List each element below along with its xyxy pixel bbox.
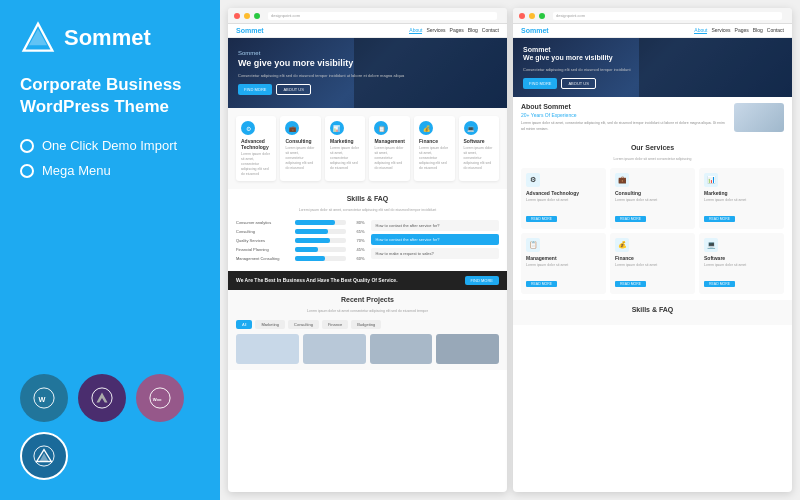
skill-pct-4: 60% (350, 256, 365, 261)
hero-outline-btn[interactable]: ABOUT US (276, 84, 310, 95)
hero-primary-btn-r[interactable]: FIND MORE (523, 78, 557, 89)
about-section: About Sommet 20+ Years Of Experience Lor… (513, 97, 792, 138)
skill-bar-fill-1 (295, 229, 328, 234)
avada-icon (91, 387, 113, 409)
filter-tab-all[interactable]: All (236, 320, 252, 329)
about-subtitle: 20+ Years Of Experience (521, 112, 728, 118)
logo-area: Sommet (20, 20, 200, 56)
filter-tab-budgeting[interactable]: Budgeting (351, 320, 381, 329)
service-icon-5: 💻 (704, 238, 718, 252)
projects-sub: Lorem ipsum dolor sit amet consectetur a… (236, 309, 499, 314)
skill-pct-1: 65% (350, 229, 365, 234)
service-btn-1[interactable]: READ MORE (615, 216, 646, 222)
skill-bar-fill-3 (295, 247, 318, 252)
service-icon-3: 📋 (526, 238, 540, 252)
hero-outline-btn-r[interactable]: ABOUT US (561, 78, 595, 89)
skills-section-right: Skills & FAQ (513, 300, 792, 325)
feature-card-1: 💼 Consulting Lorem ipsum dolor sit amet,… (280, 116, 320, 181)
service-icon-1: 💼 (615, 173, 629, 187)
service-text-0: Lorem ipsum dolor sit amet (526, 198, 601, 203)
wordpress-icon: W (33, 387, 55, 409)
nav-services-r[interactable]: Services (711, 27, 730, 34)
woocommerce-badge: Woo (136, 374, 184, 422)
nav-blog[interactable]: Blog (468, 27, 478, 34)
projects-title: Recent Projects (236, 296, 499, 303)
feature-text-0: Lorem ipsum dolor sit amet, consectetur … (241, 152, 271, 176)
site-nav-right: Sommet About Services Pages Blog Contact (513, 24, 792, 38)
service-btn-3[interactable]: READ MORE (526, 281, 557, 287)
skill-bar-bg-0 (295, 220, 346, 225)
skill-pct-2: 70% (350, 238, 365, 243)
browser-bar-right: designpoint.com (513, 8, 792, 24)
service-btn-2[interactable]: READ MORE (704, 216, 735, 222)
svg-text:Woo: Woo (153, 397, 162, 402)
nav-about[interactable]: About (409, 27, 422, 34)
skill-row-1: Consulting 65% (236, 229, 365, 234)
skill-label-2: Quality Services (236, 238, 291, 243)
filter-tab-consulting[interactable]: Consulting (288, 320, 319, 329)
feature-card-5: 💻 Software Lorem ipsum dolor sit amet, c… (459, 116, 499, 181)
feature-text-4: Lorem ipsum dolor sit amet, consectetur … (419, 146, 449, 170)
feature-icon-2: 📊 (330, 121, 344, 135)
skill-bar-fill-4 (295, 256, 325, 261)
projects-row (236, 334, 499, 364)
filter-tab-marketing[interactable]: Marketing (255, 320, 285, 329)
service-title-1: Consulting (615, 190, 690, 196)
faq-item-2[interactable]: How to make a request to sales? (371, 248, 500, 259)
faq-item-0[interactable]: How to contact the after service for? (371, 220, 500, 231)
service-btn-4[interactable]: READ MORE (615, 281, 646, 287)
wordpress-badge: W (20, 374, 68, 422)
hero-content: Sommet We give you more visibility Conse… (238, 50, 497, 95)
nav-pages-r[interactable]: Pages (735, 27, 749, 34)
skill-label-3: Financial Planning (236, 247, 291, 252)
nav-about-r[interactable]: About (694, 27, 707, 34)
nav-pages[interactable]: Pages (450, 27, 464, 34)
browser-dot-green (254, 13, 260, 19)
skills-section-left: Skills & FAQ Lorem ipsum dolor sit amet,… (228, 189, 507, 270)
site-nav-left: Sommet About Services Pages Blog Contact (228, 24, 507, 38)
nav-services[interactable]: Services (426, 27, 445, 34)
skill-row-3: Financial Planning 45% (236, 247, 365, 252)
right-panel: designpoint.com Sommet About Services Pa… (220, 0, 800, 500)
hero-right: Sommet We give you more visibility Conse… (513, 38, 792, 97)
about-title: About Sommet (521, 103, 728, 110)
filter-tab-finance[interactable]: Finance (322, 320, 348, 329)
skill-label-4: Management Consulting (236, 256, 291, 261)
services-title: Our Services (521, 144, 784, 151)
service-card-5: 💻 Software Lorem ipsum dolor sit amet RE… (699, 233, 784, 294)
feature-circle-demo (20, 139, 34, 153)
nav-blog-r[interactable]: Blog (753, 27, 763, 34)
nav-links-left: About Services Pages Blog Contact (409, 27, 499, 34)
browser-url-right: designpoint.com (553, 12, 782, 20)
skill-row-2: Quality Services 70% (236, 238, 365, 243)
service-title-3: Management (526, 255, 601, 261)
service-title-4: Finance (615, 255, 690, 261)
browser-dot-red (234, 13, 240, 19)
badge-row: W Woo (20, 374, 200, 480)
hero-title-right: Sommet We give you more visibility (523, 46, 782, 63)
cta-text: We Are The Best In Business And Have The… (236, 277, 398, 283)
service-card-1: 💼 Consulting Lorem ipsum dolor sit amet … (610, 168, 695, 229)
feature-card-4: 💰 Finance Lorem ipsum dolor sit amet, co… (414, 116, 454, 181)
skill-label-1: Consulting (236, 229, 291, 234)
service-btn-5[interactable]: READ MORE (704, 281, 735, 287)
nav-contact[interactable]: Contact (482, 27, 499, 34)
service-btn-0[interactable]: READ MORE (526, 216, 557, 222)
feature-title-4: Finance (419, 138, 449, 144)
project-thumb-3 (436, 334, 499, 364)
left-panel: Sommet Corporate Business WordPress Them… (0, 0, 220, 500)
hero-primary-btn[interactable]: FIND MORE (238, 84, 272, 95)
site-logo-left: Sommet (236, 27, 264, 34)
service-icon-0: ⚙ (526, 173, 540, 187)
cta-btn[interactable]: FIND MORE (465, 276, 499, 285)
services-section: Our Services Lorem ipsum dolor sit amet … (513, 138, 792, 300)
skill-label-0: Consumer analytics (236, 220, 291, 225)
site-logo-right: Sommet (521, 27, 549, 34)
nav-contact-r[interactable]: Contact (767, 27, 784, 34)
faq-item-1[interactable]: How to contact the after service for? (371, 234, 500, 245)
service-icon-2: 📊 (704, 173, 718, 187)
mountain-badge (20, 432, 68, 480)
about-image (734, 103, 784, 132)
service-card-4: 💰 Finance Lorem ipsum dolor sit amet REA… (610, 233, 695, 294)
hero-left: Sommet We give you more visibility Conse… (228, 38, 507, 108)
